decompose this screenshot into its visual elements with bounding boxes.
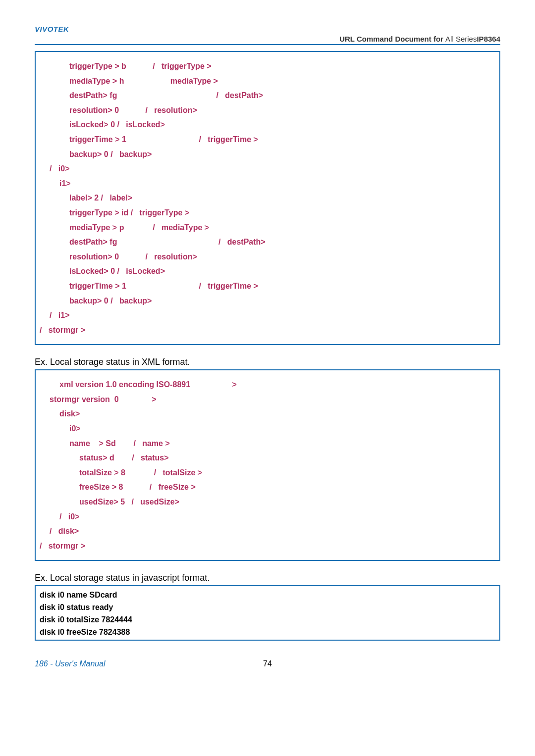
code-line: name > Sd / name > [40,436,495,451]
code-line: / i1> [40,308,495,323]
js-block: disk i0 name SDcard disk i0 status ready… [35,585,500,640]
doc-title: URL Command Document for All SeriesIP836… [35,35,500,43]
xml-block-2: xml version 1.0 encoding ISO-8891 > stor… [35,369,500,561]
code-line: / disk> [40,524,495,539]
title-mid: All Series [445,35,477,43]
header-rule [35,44,500,45]
code-line: backup> 0 / backup> [40,294,495,308]
xml-block-1: triggerType > b / triggerType > mediaTyp… [35,51,500,345]
code-line: triggerTime > 1 / triggerTime > [40,279,495,294]
page: VIVOTEK URL Command Document for All Ser… [0,0,535,685]
footer-page-label: 186 - User's Manual [35,659,106,668]
code-line: / i0> [40,509,495,524]
code-line: / i0> [40,161,495,176]
footer: 186 - User's Manual 74 [35,659,500,670]
code-line: / stormgr > [40,539,495,554]
code-line: triggerTime > 1 / triggerTime > [40,132,495,147]
code-line: xml version 1.0 encoding ISO-8891 > [40,377,495,392]
code-line: triggerType > b / triggerType > [40,59,495,74]
code-line: i1> [40,176,495,191]
example-heading-1: Ex. Local storage status in XML format. [35,357,500,367]
code-line: backup> 0 / backup> [40,147,495,162]
code-line: mediaType > p / mediaType > [40,220,495,235]
code-line: destPath> fg / destPath> [40,235,495,250]
js-line: disk i0 name SDcard [40,589,495,602]
code-line: i0> [40,421,495,436]
code-line: totalSize > 8 / totalSize > [40,465,495,480]
code-line: triggerType > id / triggerType > [40,205,495,220]
title-left: URL Command Document for [339,35,445,43]
footer-page-number: 74 [263,659,272,668]
js-line: disk i0 status ready [40,602,495,614]
example-heading-2: Ex. Local storage status in javascript f… [35,573,500,583]
header: VIVOTEK [35,25,500,34]
code-line: isLocked> 0 / isLocked> [40,117,495,132]
code-line: label> 2 / label> [40,191,495,205]
brand-logo: VIVOTEK [35,25,69,33]
code-line: / stormgr > [40,323,495,338]
code-line: stormgr version 0 > [40,392,495,407]
js-line: disk i0 totalSize 7824444 [40,614,495,626]
code-line: destPath> fg / destPath> [40,88,495,103]
title-right: IP8364 [477,35,500,43]
js-line: disk i0 freeSize 7824388 [40,626,495,639]
code-line: resolution> 0 / resolution> [40,250,495,264]
code-line: mediaType > h mediaType > [40,74,495,89]
code-line: resolution> 0 / resolution> [40,103,495,118]
code-line: usedSize> 5 / usedSize> [40,495,495,509]
code-line: freeSize > 8 / freeSize > [40,480,495,495]
code-line: isLocked> 0 / isLocked> [40,264,495,279]
code-line: disk> [40,406,495,421]
code-line: status> d / status> [40,451,495,465]
